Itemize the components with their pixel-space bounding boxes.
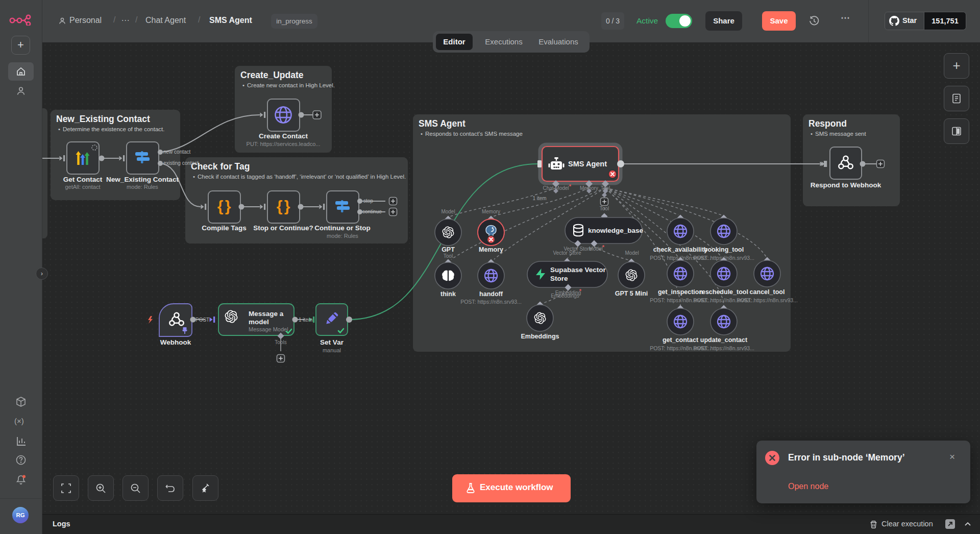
svg-text:new contact: new contact [163,149,191,155]
svg-text:Supabase Vector: Supabase Vector [550,266,606,274]
svg-text:Responds to contact’s SMS mess: Responds to contact’s SMS message [425,131,523,137]
svg-text:Model: Model [625,250,639,256]
svg-text:•: • [193,174,195,180]
svg-text:SMS Agent: SMS Agent [419,118,465,129]
svg-text:mode: Rules: mode: Rules [127,184,158,190]
svg-text:Message a: Message a [249,310,284,318]
svg-text:Tool: Tool [444,253,453,259]
svg-text:Model: Model [589,246,602,252]
svg-text:POST: POST [195,317,209,323]
svg-text:Store: Store [550,275,568,282]
svg-text:Create_Update: Create_Update [240,70,304,80]
svg-text:Memory: Memory [479,246,503,253]
svg-text:cancel_tool: cancel_tool [750,288,785,296]
svg-text:Stop or Continue?: Stop or Continue? [253,224,313,232]
svg-text:getAll: contact: getAll: contact [65,184,100,190]
svg-text:Message Model: Message Model [249,326,288,332]
svg-text:1 item: 1 item [299,317,312,323]
svg-text:GPT 5 Mini: GPT 5 Mini [615,290,648,297]
svg-text:SMS message sent: SMS message sent [815,131,867,137]
svg-text:*: * [602,244,605,250]
svg-text:update_contact: update_contact [700,336,748,344]
svg-text:Tool: Tool [600,206,609,211]
svg-text:get_inspection: get_inspection [658,288,703,296]
svg-text:*: * [569,183,572,189]
svg-text:1 item: 1 item [532,196,546,201]
svg-text:•: • [242,82,244,88]
svg-text:Vector Store: Vector Store [553,250,581,256]
svg-text:Webhook: Webhook [160,338,191,346]
svg-text:Compile Tags: Compile Tags [202,224,247,232]
svg-text:Model: Model [441,209,455,214]
svg-text:}: } [225,198,231,214]
svg-text:{: { [217,198,224,214]
svg-text:PUT: https://services.leadco..: PUT: https://services.leadco... [247,141,321,147]
svg-text:•: • [421,131,423,137]
svg-text:Check if contact is tagged as: Check if contact is tagged as ‘handoff’,… [198,174,406,180]
svg-text:Embeddings: Embeddings [521,333,559,340]
svg-text:model: model [249,318,269,326]
svg-text:stop: stop [363,198,373,204]
svg-text:POST: https://n8n.srv93...: POST: https://n8n.srv93... [460,299,522,305]
svg-text:New_Existing Contact: New_Existing Contact [56,114,150,124]
svg-text:Get Contact: Get Contact [63,176,103,183]
svg-text:existing contact: existing contact [163,160,199,166]
svg-text:}: } [284,198,290,214]
svg-text:continue: continue [362,209,382,214]
svg-text:booking_tool: booking_tool [704,246,744,253]
svg-text:New_Existing Contact: New_Existing Contact [106,176,179,183]
svg-text:reschedule_tool: reschedule_tool [699,288,748,296]
svg-text:Tools: Tools [275,339,286,345]
svg-text:handoff: handoff [479,290,503,298]
svg-text:get_contact: get_contact [663,336,699,344]
svg-text:Respond to Webhook: Respond to Webhook [811,181,881,189]
svg-text:•: • [58,126,60,132]
svg-text:*: * [579,288,582,294]
svg-text:POST: https://n8n.srv93...: POST: https://n8n.srv93... [737,297,798,303]
svg-text:Set Var: Set Var [320,338,344,346]
svg-text:Respond: Respond [808,118,847,129]
svg-text:Embeddings: Embeddings [551,293,579,299]
svg-text:Continue or Stop: Continue or Stop [314,224,370,232]
svg-text:•: • [811,131,813,137]
svg-text:Check for Tag: Check for Tag [191,161,250,172]
svg-text:manual: manual [323,347,341,353]
svg-text:think: think [440,290,456,298]
svg-text:Memory: Memory [482,209,500,214]
svg-text:{: { [277,198,283,214]
svg-text:mode: Rules: mode: Rules [327,233,358,239]
svg-text:check_availability: check_availability [653,246,707,253]
svg-text:GPT: GPT [442,246,455,253]
svg-text:Determine the existence of the: Determine the existence of the contact. [63,126,164,132]
svg-text:Create Contact: Create Contact [259,132,308,140]
svg-text:POST: https://n8n.srv93...: POST: https://n8n.srv93... [693,345,754,351]
svg-text:Create new contact in High Lev: Create new contact in High Level. [247,82,335,88]
svg-text:knowledge_base: knowledge_base [588,227,644,234]
svg-text:SMS Agent: SMS Agent [568,160,607,168]
